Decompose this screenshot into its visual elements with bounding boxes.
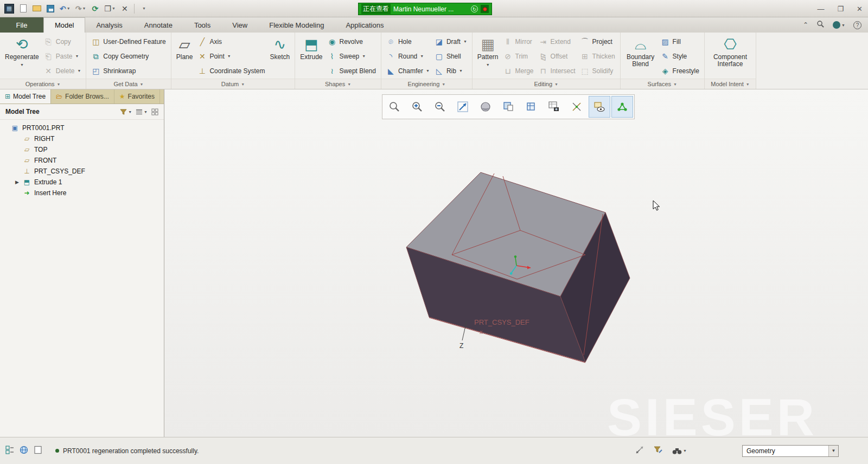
graphics-area[interactable]: SIESER PRT_CSYS_DEF x Z: [165, 89, 868, 437]
copy-geometry-button[interactable]: ⧉Copy Geometry: [90, 49, 167, 63]
user-defined-feature-button[interactable]: ◫User-Defined Feature: [90, 34, 167, 49]
toggle-full-screen-button[interactable]: [34, 446, 42, 456]
tab-favorites[interactable]: ★Favorites: [114, 89, 160, 104]
redo-button[interactable]: ↷▼: [75, 3, 86, 14]
datum-display-button[interactable]: [566, 96, 588, 118]
tab-applications[interactable]: Applications: [335, 17, 394, 33]
copy-button[interactable]: ⎘Copy: [42, 34, 83, 49]
search-button[interactable]: [816, 20, 825, 30]
solidify-button[interactable]: ⬚Solidify: [579, 63, 617, 78]
spin-center-button[interactable]: [611, 96, 633, 118]
datum-plane-button[interactable]: ▱ Plane: [175, 34, 195, 62]
tab-annotate[interactable]: Annotate: [133, 17, 183, 33]
tab-file[interactable]: File: [0, 17, 43, 33]
new-file-button[interactable]: [19, 3, 28, 14]
tree-item-extrude1[interactable]: ▶⬒Extrude 1: [0, 177, 164, 188]
trim-button[interactable]: ⊘Trim: [502, 49, 535, 63]
sweep-button[interactable]: ⌇Sweep▼: [326, 49, 378, 63]
group-label-surfaces[interactable]: Surfaces▼: [621, 79, 704, 89]
tree-columns-button[interactable]: ▼: [136, 108, 148, 115]
open-file-button[interactable]: [33, 3, 41, 14]
save-button[interactable]: [46, 3, 55, 14]
regenerate-quick-button[interactable]: ⟳: [91, 3, 99, 14]
extend-button[interactable]: ⇥Extend: [537, 34, 577, 49]
find-button[interactable]: ▼: [672, 447, 687, 455]
hole-button[interactable]: ⌾Hole: [385, 34, 431, 49]
group-label-shapes[interactable]: Shapes▼: [295, 79, 381, 89]
csys-label[interactable]: PRT_CSYS_DEF: [474, 318, 529, 326]
offset-button[interactable]: ⧎Offset: [537, 49, 577, 63]
shell-button[interactable]: ▢Shell: [433, 49, 469, 63]
sharing-refresh-icon[interactable]: ↻: [471, 5, 478, 12]
refit-button[interactable]: [452, 96, 474, 118]
chamfer-button[interactable]: ◣Chamfer▼: [385, 63, 431, 78]
selection-filter-combobox[interactable]: Geometry ▼: [742, 445, 839, 457]
intersect-button[interactable]: ⊓Intersect: [537, 63, 577, 78]
group-label-editing[interactable]: Editing▼: [473, 79, 620, 89]
tree-filters-button[interactable]: ▼: [120, 108, 132, 115]
toggle-model-tree-button[interactable]: [5, 446, 14, 456]
extrude-button[interactable]: ⬒ Extrude: [298, 34, 324, 62]
undo-button[interactable]: ↶▼: [60, 3, 71, 14]
app-icon[interactable]: ▦: [4, 4, 14, 14]
tab-view[interactable]: View: [221, 17, 258, 33]
expand-arrow-icon[interactable]: ▶: [15, 179, 20, 185]
display-style-button[interactable]: [475, 96, 496, 118]
maximize-button[interactable]: ❐: [837, 5, 844, 13]
tree-item-front-plane[interactable]: ▱FRONT: [0, 155, 164, 166]
merge-button[interactable]: ⊔Merge: [502, 63, 535, 78]
zoom-button[interactable]: [384, 96, 405, 118]
group-label-engineering[interactable]: Engineering▼: [381, 79, 472, 89]
freestyle-button[interactable]: ◈Freestyle: [659, 63, 701, 78]
zoom-out-button[interactable]: [429, 96, 451, 118]
tree-item-part-root[interactable]: ▣PRT0001.PRT: [0, 123, 164, 133]
filter-edit-button[interactable]: [654, 446, 662, 456]
tab-model-tree[interactable]: ⊞Model Tree: [0, 89, 51, 104]
toggle-browser-button[interactable]: [20, 446, 28, 456]
datum-axis-button[interactable]: ╱Axis: [196, 34, 266, 49]
project-button[interactable]: ⌒Project: [579, 34, 617, 49]
window-switch-button[interactable]: ❒▼: [104, 3, 116, 14]
sketch-button[interactable]: ∿ Sketch: [268, 34, 291, 62]
group-label-model-intent[interactable]: Model Intent▼: [705, 79, 756, 89]
style-button[interactable]: ✎Style: [659, 49, 701, 63]
tree-item-insert-here[interactable]: ➜Insert Here: [0, 188, 164, 198]
tree-settings-button[interactable]: [151, 108, 158, 115]
view-manager-button[interactable]: [543, 96, 565, 118]
connect-account-button[interactable]: ▼: [833, 21, 845, 29]
close-window-button[interactable]: ✕: [120, 3, 129, 14]
thicken-button[interactable]: ⊞Thicken: [579, 49, 617, 63]
minimize-ribbon-button[interactable]: ⌃: [803, 21, 808, 29]
tree-item-csys[interactable]: ⊥PRT_CSYS_DEF: [0, 166, 164, 177]
tab-flexible-modeling[interactable]: Flexible Modeling: [258, 17, 335, 33]
mirror-button[interactable]: ⫴Mirror: [502, 34, 535, 49]
datum-point-button[interactable]: ✕Point▼: [196, 49, 266, 63]
tab-tools[interactable]: Tools: [183, 17, 221, 33]
round-button[interactable]: ◝Round▼: [385, 49, 431, 63]
coordinate-system-button[interactable]: ⊥Coordinate System: [196, 63, 266, 78]
tab-analysis[interactable]: Analysis: [85, 17, 133, 33]
close-button[interactable]: ✕: [857, 5, 863, 13]
fill-button[interactable]: ▨Fill: [659, 34, 701, 49]
section-view-button[interactable]: [497, 96, 519, 118]
boundary-blend-button[interactable]: ⌓ Boundary Blend: [624, 34, 658, 69]
minimize-button[interactable]: —: [817, 5, 824, 13]
shrinkwrap-button[interactable]: ◰Shrinkwrap: [90, 63, 167, 78]
combobox-dropdown-button[interactable]: ▼: [828, 446, 838, 456]
zoom-in-button[interactable]: [406, 96, 428, 118]
help-button[interactable]: ?: [853, 21, 861, 29]
tab-model[interactable]: Model: [43, 17, 85, 33]
tab-folder-browser[interactable]: 🗁Folder Brows...: [51, 89, 114, 104]
group-label-datum[interactable]: Datum▼: [171, 79, 295, 89]
pattern-button[interactable]: ▦ Pattern ▼: [476, 34, 500, 69]
group-label-operations[interactable]: Operations▼: [0, 79, 86, 89]
select-items-button[interactable]: [635, 446, 644, 456]
rib-button[interactable]: ◺Rib▼: [433, 63, 469, 78]
component-interface-button[interactable]: ⎔ Component Interface: [708, 34, 752, 69]
annotation-display-button[interactable]: [589, 96, 610, 118]
draft-button[interactable]: ◪Draft▼: [433, 34, 469, 49]
saved-orientations-button[interactable]: [520, 96, 542, 118]
paste-button[interactable]: ⎗Paste▼: [42, 49, 83, 63]
tree-item-top-plane[interactable]: ▱TOP: [0, 144, 164, 155]
revolve-button[interactable]: ◉Revolve: [326, 34, 378, 49]
